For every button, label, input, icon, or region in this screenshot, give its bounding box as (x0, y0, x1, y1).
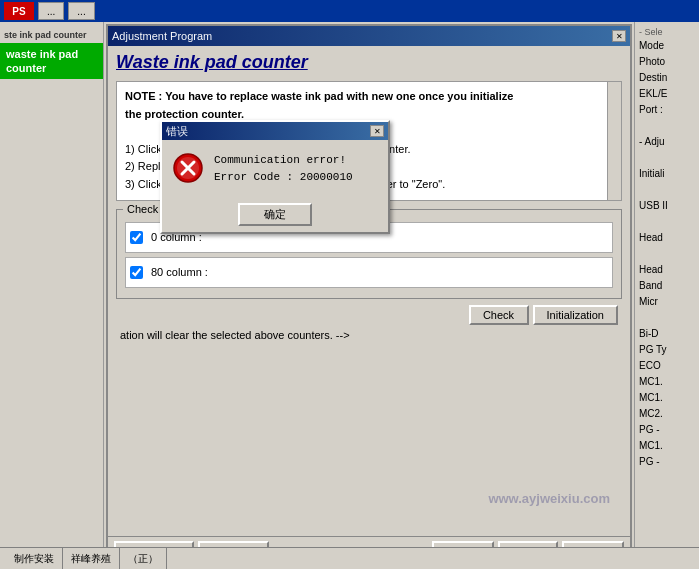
error-confirm-button[interactable]: 确定 (238, 203, 312, 226)
error-icon (172, 152, 204, 184)
error-message-line2: Error Code : 20000010 (214, 169, 353, 186)
error-content: Communication error! Error Code : 200000… (162, 140, 388, 197)
error-titlebar: 错误 ✕ (162, 122, 388, 140)
error-title: 错误 (166, 124, 188, 139)
error-dialog: 错误 ✕ Communication error! Error Code : 2… (160, 120, 390, 234)
error-message: Communication error! Error Code : 200000… (214, 152, 353, 185)
error-footer: 确定 (162, 197, 388, 232)
error-overlay: 错误 ✕ Communication error! Error Code : 2… (0, 0, 699, 569)
error-message-line1: Communication error! (214, 152, 353, 169)
error-close-button[interactable]: ✕ (370, 125, 384, 137)
